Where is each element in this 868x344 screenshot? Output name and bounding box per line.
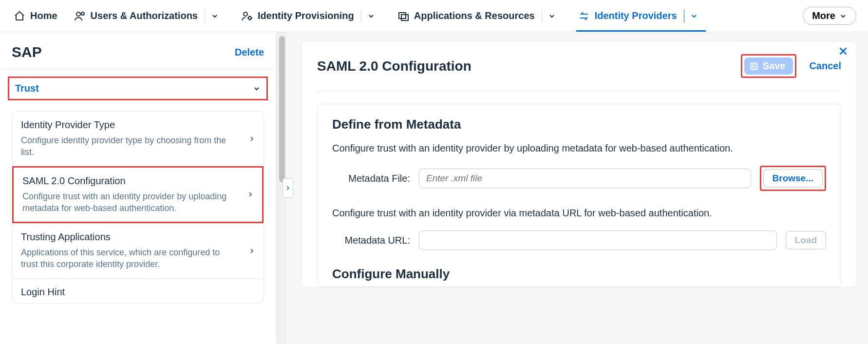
more-label: More (812, 10, 835, 21)
card-title: SAML 2.0 Configuration (317, 58, 472, 74)
nav-idp-label: Identity Providers (595, 10, 677, 21)
svg-point-0 (76, 12, 80, 16)
browse-button[interactable]: Browse... (763, 169, 823, 188)
card-header: SAML 2.0 Configuration Save Cancel (317, 54, 841, 91)
top-nav: Home Users & Authorizations Identity Pro… (0, 0, 868, 32)
nav-users[interactable]: Users & Authorizations (72, 7, 226, 25)
close-icon[interactable] (838, 46, 849, 57)
nav-home-label: Home (30, 10, 57, 21)
chevron-down-icon (253, 85, 261, 93)
metadata-url-label: Metadata URL: (332, 235, 410, 246)
metadata-file-label: Metadata File: (332, 173, 410, 184)
save-highlight: Save (741, 54, 797, 78)
section-desc-1: Configure trust with an identity provide… (332, 143, 826, 154)
nav-applications[interactable]: Applications & Resources (396, 7, 564, 25)
list-item-title: SAML 2.0 Configuration (22, 175, 238, 187)
nav-apps-dropdown[interactable] (542, 10, 562, 22)
list-item-desc: Applications of this service, which are … (21, 247, 239, 270)
list-item-title: Identity Provider Type (21, 119, 239, 131)
metadata-file-input[interactable] (419, 169, 751, 188)
list-item-desc: Configure trust with an identity provide… (22, 191, 238, 214)
list-item-trusting-apps[interactable]: Trusting Applications Applications of th… (12, 223, 264, 278)
left-header: SAP Delete (0, 32, 276, 70)
list-item-saml-config[interactable]: SAML 2.0 Configuration Configure trust w… (12, 166, 264, 224)
scrollbar-thumb[interactable] (279, 36, 285, 182)
chevron-right-icon (248, 247, 256, 255)
idp-name: SAP (12, 44, 42, 60)
chevron-right-icon (248, 135, 256, 143)
list-item-desc: Configure identity provider type by choo… (21, 134, 239, 158)
metadata-file-row: Metadata File: Browse... (332, 166, 826, 191)
list-item-title: Trusting Applications (21, 231, 239, 243)
list-item-login-hint[interactable]: Login Hint (12, 278, 264, 304)
main-area: SAP Delete Trust Identity Provider Type … (0, 32, 868, 344)
save-button[interactable]: Save (744, 57, 793, 75)
cancel-link[interactable]: Cancel (809, 60, 841, 72)
config-card: SAML 2.0 Configuration Save Cancel (301, 41, 857, 287)
nav-identity-providers[interactable]: Identity Providers (576, 7, 706, 32)
nav-users-label: Users & Authorizations (91, 10, 198, 21)
save-label: Save (763, 60, 786, 72)
section-title: Define from Metadata (332, 117, 826, 132)
list-item-title: Login Hint (21, 287, 239, 298)
provisioning-icon (241, 10, 253, 22)
nav-home[interactable]: Home (12, 7, 59, 25)
right-panel: SAML 2.0 Configuration Save Cancel (286, 32, 868, 287)
trust-section-header[interactable]: Trust (8, 76, 268, 100)
trust-list: Identity Provider Type Configure identit… (12, 111, 264, 304)
nav-identity-provisioning[interactable]: Identity Provisioning (239, 7, 383, 25)
home-icon (14, 10, 25, 22)
define-from-metadata-section: Define from Metadata Configure trust wit… (317, 104, 841, 287)
more-button[interactable]: More (803, 7, 856, 25)
applications-icon (397, 10, 409, 22)
svg-rect-4 (399, 13, 406, 19)
list-item-idp-type[interactable]: Identity Provider Type Configure identit… (12, 112, 264, 166)
svg-point-1 (81, 12, 84, 15)
save-icon (749, 61, 759, 71)
nav-idprov-label: Identity Provisioning (258, 10, 354, 21)
delete-link[interactable]: Delete (235, 47, 264, 58)
nav-idp-dropdown[interactable] (684, 10, 704, 22)
nav-users-dropdown[interactable] (205, 10, 225, 22)
metadata-url-row: Metadata URL: Load (332, 230, 826, 250)
metadata-url-input[interactable] (419, 230, 777, 250)
left-panel: SAP Delete Trust Identity Provider Type … (0, 32, 276, 344)
chevron-right-icon (246, 191, 254, 198)
collapse-handle[interactable] (283, 178, 293, 198)
trust-section-label: Trust (15, 83, 39, 94)
card-actions: Save Cancel (741, 54, 841, 78)
right-panel-wrap: SAML 2.0 Configuration Save Cancel (286, 32, 868, 344)
svg-rect-7 (752, 66, 755, 69)
browse-highlight: Browse... (760, 166, 826, 191)
svg-point-2 (244, 12, 247, 16)
svg-rect-5 (401, 15, 408, 20)
configure-manually-title: Configure Manually (332, 267, 826, 282)
load-button[interactable]: Load (786, 231, 826, 249)
nav-apps-label: Applications & Resources (414, 10, 535, 21)
sync-icon (578, 10, 590, 22)
users-icon (74, 10, 86, 22)
section-desc-2: Configure trust with an identity provide… (332, 208, 826, 219)
svg-point-3 (248, 17, 251, 19)
left-panel-wrap: SAP Delete Trust Identity Provider Type … (0, 32, 286, 344)
nav-idprov-dropdown[interactable] (361, 10, 381, 22)
